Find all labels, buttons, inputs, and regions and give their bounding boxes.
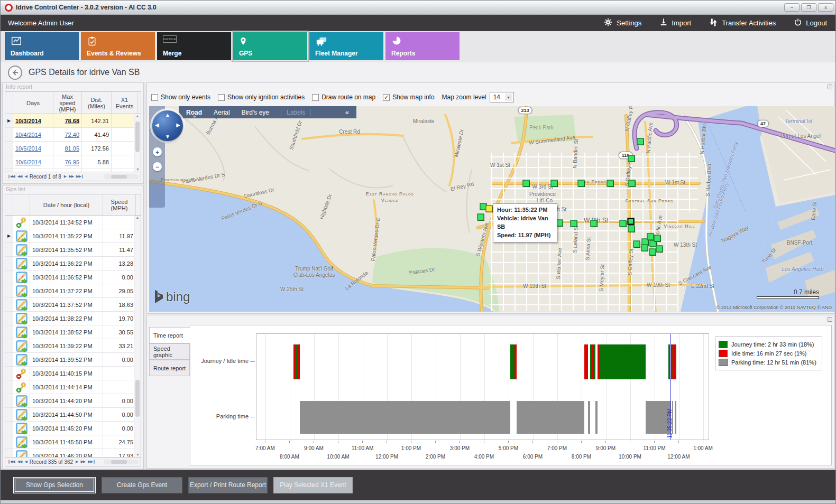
- nav-tile-events-reviews[interactable]: Events & Reviews: [81, 32, 155, 60]
- gps-list-row[interactable]: 10/3/2014 11:39:52 PM0.00: [5, 353, 141, 367]
- map-compass-pad[interactable]: ▲ ▼ ◀ ▶: [152, 110, 183, 141]
- nav-tile-fleet-manager[interactable]: Fleet Manager: [309, 32, 383, 60]
- max-speed-cell[interactable]: 76.95: [53, 155, 82, 169]
- checkbox-box[interactable]: [151, 94, 158, 101]
- gps-list-row[interactable]: 10/3/2014 11:38:52 PM30.55: [5, 325, 141, 339]
- show-gps-selection-button[interactable]: Show Gps Selection: [13, 477, 96, 493]
- column-header[interactable]: Max speed (MPH): [53, 92, 82, 114]
- days-cell[interactable]: 10/5/2014: [13, 142, 53, 155]
- checkbox-show-map-info[interactable]: ✓Show map info: [383, 94, 434, 101]
- next-fast-button[interactable]: ▶▶: [80, 460, 85, 464]
- day-link[interactable]: 10/5/2014: [15, 145, 41, 152]
- gps-marker[interactable]: [591, 220, 598, 227]
- row-indicator-header[interactable]: [5, 92, 13, 114]
- export-print-route-report-button[interactable]: Export / Print Route Report: [188, 477, 268, 493]
- pan-right-icon[interactable]: ▶: [176, 122, 180, 128]
- gps-marker[interactable]: [628, 155, 635, 162]
- map-zoom-in-button[interactable]: +: [153, 147, 162, 156]
- gps-marker[interactable]: [637, 138, 644, 145]
- pan-left-icon[interactable]: ◀: [155, 122, 159, 128]
- column-header[interactable]: Date / hour (local): [30, 194, 103, 215]
- back-button[interactable]: [8, 66, 22, 80]
- gps-marker[interactable]: [551, 180, 558, 187]
- tab-time-report[interactable]: Time report: [149, 327, 190, 343]
- bing-map[interactable]: MiralesteCrest RdBurma RdSouthfield DrMi…: [149, 106, 835, 312]
- map-style-labels[interactable]: Labels: [281, 109, 311, 116]
- minimize-button[interactable]: –: [784, 3, 800, 12]
- menu-action-transfer-activities[interactable]: Transfer Activities: [709, 18, 776, 29]
- max-speed-link[interactable]: 81.05: [65, 145, 79, 152]
- gps-marker[interactable]: [654, 235, 661, 242]
- gps-marker[interactable]: [578, 180, 585, 187]
- column-header[interactable]: Dist. (Miles): [82, 92, 112, 114]
- column-header[interactable]: X1 Events: [112, 92, 138, 114]
- prev-button[interactable]: ◀: [24, 460, 26, 464]
- info-report-row[interactable]: 10/4/201472.4041.49: [5, 128, 141, 142]
- selected-gps-marker[interactable]: [486, 206, 493, 212]
- gps-list-row[interactable]: 10/3/2014 11:44:50 PM0.00: [5, 408, 141, 422]
- gps-list-row[interactable]: ▶10/3/2014 11:35:22 PM11.97: [5, 229, 141, 243]
- gps-list-row[interactable]: 10/3/2014 11:44:14 PM: [5, 380, 141, 394]
- map-panel-expand-icon[interactable]: [828, 85, 832, 89]
- prev-fast-button[interactable]: ◀◀: [17, 460, 22, 464]
- close-button[interactable]: x: [818, 3, 833, 12]
- last-page-button[interactable]: ▶▶❙: [88, 460, 95, 464]
- create-gps-event-button[interactable]: Create Gps Event: [102, 477, 182, 493]
- map-style-aerial[interactable]: Aerial: [214, 109, 230, 116]
- gps-marker[interactable]: [571, 220, 577, 227]
- map-bar-collapse-icon[interactable]: «: [345, 108, 349, 116]
- info-report-hscrollbar[interactable]: [104, 174, 139, 179]
- checkbox-draw-route-on-map[interactable]: Draw route on map: [312, 94, 375, 101]
- last-page-button[interactable]: ▶▶❙: [76, 174, 84, 179]
- gps-list-row[interactable]: 10/3/2014 11:34:52 PM: [5, 216, 141, 229]
- checkbox-box[interactable]: [312, 94, 319, 101]
- nav-tile-reports[interactable]: Reports: [385, 32, 460, 60]
- checkbox-box[interactable]: ✓: [383, 94, 390, 101]
- gps-marker[interactable]: [628, 218, 635, 225]
- next-fast-button[interactable]: ▶▶: [69, 174, 74, 179]
- map-zoom-out-button[interactable]: −: [153, 162, 162, 171]
- maximize-button[interactable]: ❐: [801, 3, 816, 12]
- gps-list-row[interactable]: 10/3/2014 11:36:52 PM0.00: [5, 270, 141, 284]
- gps-list-row[interactable]: 10/3/2014 11:38:22 PM19.70: [5, 312, 141, 325]
- next-button[interactable]: ▶: [76, 460, 78, 464]
- map-zoom-select[interactable]: 14▼: [490, 92, 514, 102]
- gps-marker[interactable]: [620, 220, 627, 227]
- gps-marker[interactable]: [641, 245, 648, 251]
- info-report-scrollbar[interactable]: ▲▼: [134, 114, 141, 172]
- checkbox-show-only-ignition-activities[interactable]: Show only ignition activities: [218, 94, 305, 101]
- checkbox-box[interactable]: [218, 94, 225, 101]
- day-link[interactable]: 10/6/2014: [15, 159, 41, 165]
- gps-marker[interactable]: [647, 234, 654, 240]
- gps-marker[interactable]: [607, 180, 614, 187]
- chart-panel-expand-icon[interactable]: [828, 317, 832, 322]
- gps-list-row[interactable]: 10/3/2014 11:44:20 PM0.00: [5, 394, 141, 408]
- chevron-down-icon[interactable]: ▼: [505, 94, 512, 101]
- max-speed-cell[interactable]: 72.40: [53, 128, 82, 141]
- days-cell[interactable]: 10/6/2014: [13, 155, 53, 169]
- next-button[interactable]: ▶: [64, 174, 66, 179]
- max-speed-cell[interactable]: 81.05: [53, 142, 82, 155]
- checkbox-show-only-events[interactable]: Show only events: [151, 94, 210, 101]
- tab-speed-graphic[interactable]: Speed graphic: [149, 343, 190, 360]
- gps-list-row[interactable]: 10/3/2014 11:39:22 PM33.21: [5, 339, 141, 353]
- gps-list-row[interactable]: 10/3/2014 11:45:50 PM24.75: [5, 435, 141, 449]
- pan-down-icon[interactable]: ▼: [165, 134, 170, 139]
- nav-tile-merge[interactable]: MERGEMerge: [157, 32, 231, 60]
- gps-list-row[interactable]: 10/3/2014 11:35:52 PM11.47: [5, 243, 141, 257]
- gps-marker[interactable]: [629, 180, 636, 187]
- row-indicator-header[interactable]: [13, 194, 30, 215]
- gps-marker[interactable]: [477, 214, 484, 221]
- gps-list-hscrollbar[interactable]: [104, 460, 139, 464]
- day-link[interactable]: 10/4/2014: [15, 132, 41, 138]
- gps-marker[interactable]: [523, 180, 530, 187]
- first-page-button[interactable]: ❙◀◀: [7, 460, 15, 464]
- gps-list-row[interactable]: 10/3/2014 11:46:20 PM17.93: [5, 449, 141, 458]
- max-speed-link[interactable]: 78.68: [65, 118, 79, 124]
- tab-route-report[interactable]: Route report: [149, 360, 190, 376]
- menu-action-logout[interactable]: Logout: [794, 18, 827, 28]
- days-cell[interactable]: 10/4/2014: [13, 128, 53, 141]
- gps-marker[interactable]: [656, 246, 663, 253]
- gps-list-row[interactable]: 10/3/2014 11:37:22 PM29.05: [5, 284, 141, 298]
- nav-tile-dashboard[interactable]: Dashboard: [5, 32, 79, 60]
